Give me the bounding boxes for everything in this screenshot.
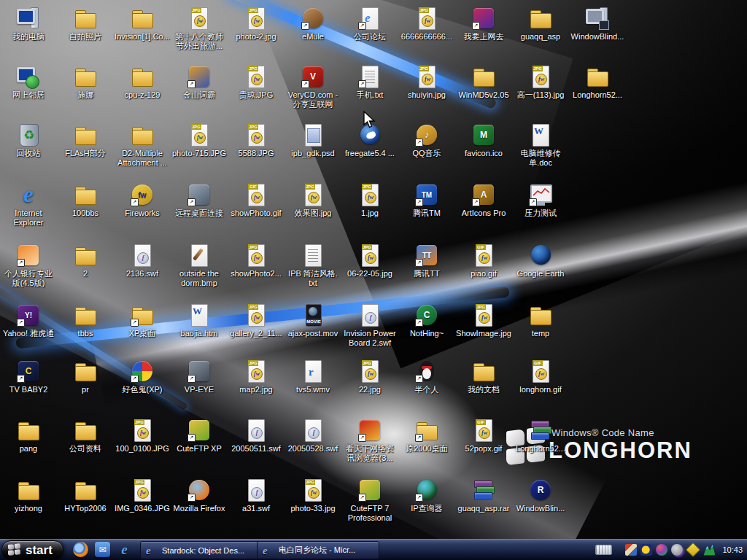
desktop-icon[interactable]: temp	[513, 303, 568, 338]
desktop-icon[interactable]: Google Earth	[513, 243, 568, 279]
desktop-icon[interactable]: RWindowBlin...	[513, 478, 568, 513]
input-method-keyboard-icon[interactable]	[595, 545, 612, 555]
desktop-icon[interactable]: fwGIFshowPhoto.gif	[228, 182, 284, 218]
desktop-icon[interactable]: fwJPG5588.JPG	[228, 122, 284, 158]
desktop-icon[interactable]: fwJPG1.jpg	[342, 182, 398, 218]
desktop-icon[interactable]: ↗压力测试	[513, 182, 568, 218]
desktop-icon[interactable]: D2-Multiple Attachment ...	[115, 122, 170, 168]
desktop-icon[interactable]: tbbs	[58, 303, 113, 338]
desktop-icon[interactable]: IPB 简洁风格. txt	[285, 243, 341, 288]
desktop-icon[interactable]: f20050511.swf	[228, 418, 284, 454]
desktop-icon[interactable]: fwJPGShowImage.jpg	[456, 303, 511, 338]
desktop-icon[interactable]: HYTop2006	[58, 478, 113, 513]
desktop-icon[interactable]: ↗CuteFTP 7 Professional	[342, 478, 398, 523]
desktop-icon[interactable]: pr	[58, 359, 113, 394]
taskbar-clock[interactable]: 10:43	[722, 545, 743, 554]
tray-icon-moon[interactable]	[640, 544, 652, 556]
desktop-icon[interactable]: fwGIFlonghorn.gif	[513, 359, 568, 394]
desktop-icon[interactable]: fwJPGshowPhoto2...	[228, 243, 284, 279]
desktop-icon[interactable]: 施娜	[58, 64, 113, 100]
desktop-icon[interactable]: fa31.swf	[228, 478, 284, 513]
desktop-icon[interactable]: outside the dorm.bmp	[171, 243, 227, 288]
tray-icon-volume[interactable]	[671, 544, 683, 556]
desktop-icon[interactable]: FLAsH部分	[58, 122, 113, 158]
desktop-icon[interactable]: W电脑维修传单.doc	[513, 122, 568, 168]
desktop-icon[interactable]: fwJPG22.jpg	[342, 359, 398, 394]
desktop-icon[interactable]: fwJPGgallery_2_11...	[228, 303, 284, 338]
desktop-icon[interactable]: ↗好色鬼(XP)	[115, 359, 170, 394]
desktop-icon[interactable]: ↗半个人	[399, 359, 454, 394]
desktop-icon[interactable]: pang	[1, 418, 56, 454]
desktop-icon[interactable]: 我的文档	[456, 359, 511, 394]
desktop-icon[interactable]: ↗手机.txt	[342, 64, 398, 100]
desktop-icon[interactable]: fwJPGmap2.jpg	[228, 359, 284, 394]
desktop-icon[interactable]: ipb_gdk.psd	[285, 122, 341, 158]
desktop-icon[interactable]: ↗CuteFTP XP	[171, 418, 227, 454]
desktop-icon[interactable]: Mfavicon.ico	[456, 122, 511, 158]
taskbar-window-forum[interactable]: e 电白同乡论坛 - Micr...	[257, 541, 379, 559]
desktop-icon[interactable]: fw↗Fireworks	[115, 182, 170, 218]
desktop-icon[interactable]: 2	[58, 243, 113, 279]
desktop-icon[interactable]: fwGIFpiao.gif	[456, 243, 511, 279]
desktop-icon[interactable]: Longhorn52...	[570, 64, 625, 100]
quicklaunch-ie-icon[interactable]: e	[117, 542, 132, 557]
desktop-icon[interactable]: ♻回收站	[1, 122, 56, 158]
desktop-icon[interactable]: C↗NotHing~	[399, 303, 454, 338]
desktop-icon[interactable]: fwJPGphoto-2.jpg	[228, 6, 284, 42]
desktop-icon[interactable]: e↗公司论坛	[342, 6, 398, 42]
desktop-icon[interactable]: fwJPG6666666666...	[399, 6, 454, 42]
desktop-icon[interactable]: TM↗腾讯TM	[399, 182, 454, 218]
desktop-icon[interactable]: fwJPGphoto-715.JPG	[171, 122, 227, 158]
desktop-icon[interactable]: 公司资料	[58, 418, 113, 454]
desktop-icon[interactable]: ↗XP桌面	[115, 303, 170, 338]
desktop-icon[interactable]: guaqq_asp.rar	[456, 478, 511, 513]
tray-icon-network[interactable]	[703, 544, 715, 556]
desktop-icon[interactable]: 自拍照片	[58, 6, 113, 42]
desktop-icon[interactable]: ↗原2000桌面	[399, 418, 454, 454]
desktop-icon[interactable]: Longhorn52...	[513, 418, 568, 454]
desktop-icon[interactable]: fwJPGshuiyin.jpg	[399, 64, 454, 100]
desktop-icon[interactable]: fwJPG高一(113).jpg	[513, 64, 568, 100]
quicklaunch-firefox-icon[interactable]	[73, 542, 88, 557]
desktop-icon[interactable]: ↗看天下网络资讯浏览器(3...	[342, 418, 398, 463]
desktop-icon[interactable]: TT↗腾讯TT	[399, 243, 454, 279]
desktop-icon[interactable]: 100bbs	[58, 182, 113, 218]
desktop-icon[interactable]: eInternet Explorer	[1, 182, 56, 228]
desktop-icon[interactable]: C↗TV BABY2	[1, 359, 56, 394]
desktop-icon[interactable]: ↗IP查询器	[399, 478, 454, 513]
desktop-icon[interactable]: rtvs5.wmv	[285, 359, 341, 394]
desktop-icon[interactable]: fwJPG100_0100.JPG	[115, 418, 170, 454]
desktop-icon[interactable]: fInvision Power Board 2.swf	[342, 303, 398, 348]
desktop-icon[interactable]: WinMD5v2.05	[456, 64, 511, 100]
desktop-icon[interactable]: guaqq_asp	[513, 6, 568, 42]
desktop-icon[interactable]: 我的电脑	[1, 6, 56, 42]
desktop-icon[interactable]: freegate5.4 ...	[342, 122, 398, 158]
desktop-icon[interactable]: fwJPG第十八个教师节外出旅游...	[171, 6, 227, 51]
tray-icon-ball[interactable]	[656, 544, 667, 556]
desktop-icon[interactable]: yizhong	[1, 478, 56, 513]
desktop-icon[interactable]: WindowBlind...	[570, 6, 625, 42]
desktop-icon[interactable]: ↗我要上网去	[456, 6, 511, 42]
desktop-icon[interactable]: Invision[1].Co...	[115, 6, 170, 42]
desktop-icon[interactable]: cpu-z-129	[115, 64, 170, 100]
quicklaunch-outlook-icon[interactable]: ✉	[95, 542, 110, 557]
desktop-icon[interactable]: 网上邻居	[1, 64, 56, 100]
tray-icon-dictionary[interactable]	[625, 544, 637, 556]
desktop-icon[interactable]: Wbaojia.htm	[171, 303, 227, 338]
desktop-icon[interactable]: ↗eMule	[285, 6, 341, 42]
desktop-icon[interactable]: MOVIEajax-post.mov	[285, 303, 341, 338]
desktop-icon[interactable]: fwJPG06-22-05.jpg	[342, 243, 398, 279]
desktop-icon[interactable]: ↗VP-EYE	[171, 359, 227, 394]
desktop-icon[interactable]: ↗个人银行专业版(4.5版)	[1, 243, 56, 288]
desktop-icon[interactable]: fwGIF52popx.gif	[456, 418, 511, 454]
tray-icon-diamond[interactable]	[686, 542, 700, 556]
desktop-icon[interactable]: ↗金山词霸	[171, 64, 227, 100]
desktop-icon[interactable]: fwJPGphoto-33.jpg	[285, 478, 341, 513]
desktop-icon[interactable]: Y!↗Yahoo! 雅虎通	[1, 303, 56, 338]
desktop-icon[interactable]: A↗ArtIcons Pro	[456, 182, 511, 218]
taskbar-window-stardock[interactable]: e Stardock: Object Des...	[140, 541, 263, 559]
start-button[interactable]: start	[1, 540, 63, 560]
desktop-icon[interactable]: fwJPG贵琼.JPG	[228, 64, 284, 100]
desktop-icon[interactable]: f2136.swf	[115, 243, 170, 279]
desktop-icon[interactable]: ↗Mozilla Firefox	[171, 478, 227, 513]
